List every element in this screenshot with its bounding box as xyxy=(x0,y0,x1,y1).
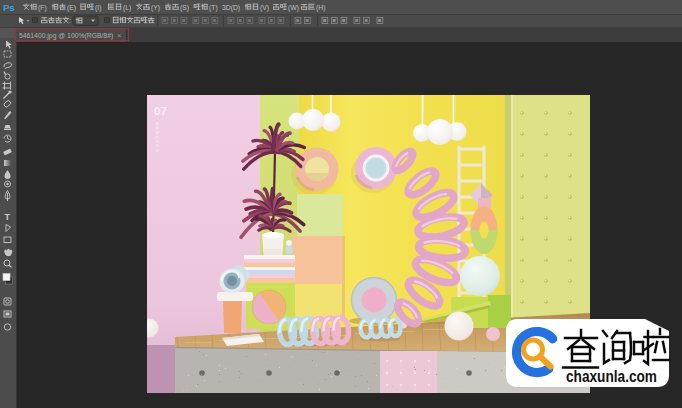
svg-text:(S): (S) xyxy=(180,4,189,12)
svg-text:(F): (F) xyxy=(38,4,47,12)
svg-text:T: T xyxy=(5,212,11,222)
svg-text:Ps: Ps xyxy=(3,2,15,13)
svg-text::: : xyxy=(69,17,71,24)
svg-text:(I): (I) xyxy=(95,4,101,12)
svg-text:chaxunla.com: chaxunla.com xyxy=(566,367,657,385)
svg-text:(T): (T) xyxy=(209,4,218,12)
svg-text:(E): (E) xyxy=(67,4,76,12)
svg-text:(Y): (Y) xyxy=(151,4,160,12)
svg-text:07: 07 xyxy=(154,105,167,117)
svg-text:(V): (V) xyxy=(260,4,269,12)
svg-text:3D(D): 3D(D) xyxy=(222,4,240,12)
svg-text:×: × xyxy=(117,31,121,40)
svg-text:(L): (L) xyxy=(123,4,131,12)
svg-text:5461400.jpg @ 100%(RGB/8#): 5461400.jpg @ 100%(RGB/8#) xyxy=(19,32,113,40)
svg-text:(W): (W) xyxy=(288,4,299,12)
svg-text:(H): (H) xyxy=(316,4,325,12)
